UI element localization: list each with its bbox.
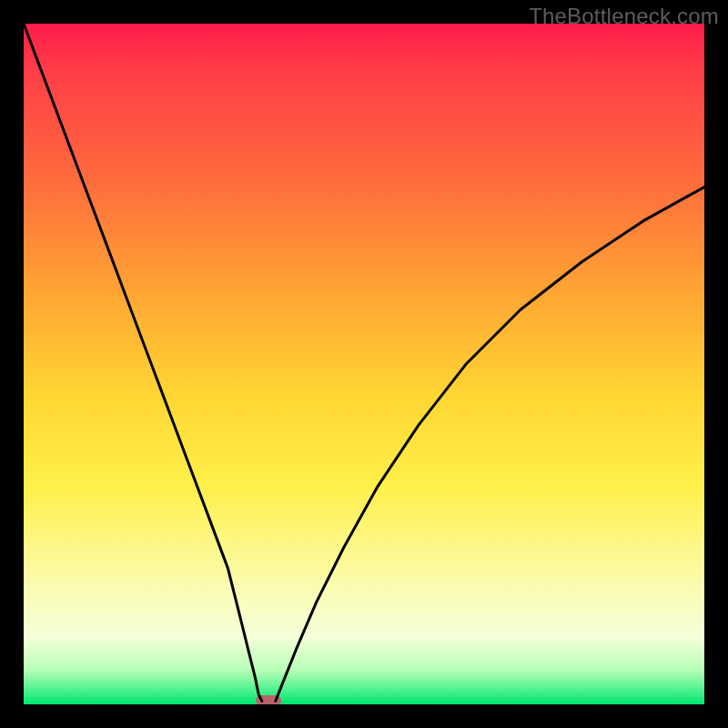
watermark-text: TheBottleneck.com	[529, 4, 719, 29]
bottleneck-curve	[24, 24, 704, 704]
chart-frame: TheBottleneck.com	[0, 0, 728, 728]
plot-area	[24, 24, 704, 704]
